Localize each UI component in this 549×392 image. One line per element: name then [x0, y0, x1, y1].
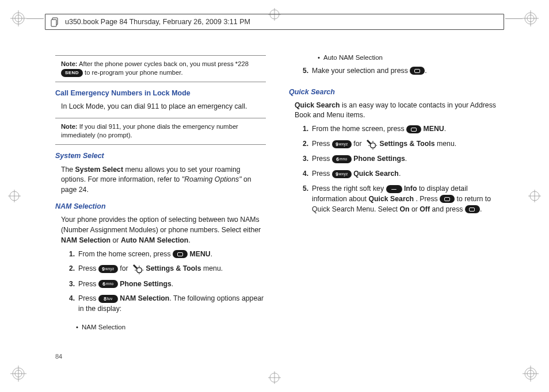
ok-key-icon	[173, 250, 188, 258]
six-key-icon: 6mno	[332, 155, 352, 163]
step-1: 1. From the home screen, press MENU.	[68, 249, 266, 264]
heading-call-emergency: Call Emergency Numbers in Lock Mode	[55, 88, 266, 98]
nine-key-icon: 9wxyz	[98, 265, 118, 273]
nam-options-list: NAM Selection	[55, 322, 266, 332]
heading-quick-search: Quick Search	[289, 87, 500, 97]
step-5: 5. Press the right soft key — Info to di…	[302, 184, 500, 219]
note-label: Note:	[61, 123, 78, 130]
body-text: Quick Search is an easy way to locate co…	[289, 101, 500, 121]
six-key-icon: 6mno	[98, 280, 118, 288]
note-label: Note:	[61, 60, 78, 67]
right-column: Auto NAM Selection 5. Make your selectio…	[289, 52, 500, 358]
note-text: If you dial 911, your phone dials the em…	[61, 123, 238, 139]
crop-mark-icon	[10, 10, 26, 26]
svg-rect-29	[51, 20, 56, 26]
send-key-icon: SEND	[61, 69, 83, 77]
step-5: 5. Make your selection and press .	[302, 66, 500, 81]
settings-tools-icon	[364, 139, 377, 149]
svg-point-30	[137, 268, 142, 273]
crop-line	[505, 18, 523, 19]
body-text: The System Select menu allows you to set…	[55, 165, 266, 195]
step-2: 2. Press 9wxyz for Settings & Tools menu…	[302, 139, 500, 154]
list-item: Auto NAM Selection	[318, 53, 500, 63]
ok-key-icon	[410, 67, 425, 75]
nam-options-list-cont: Auto NAM Selection	[289, 53, 500, 63]
crop-mark-icon	[10, 366, 26, 382]
left-column: Note: After the phone power cycles back …	[55, 52, 266, 358]
note-text: After the phone power cycles back on, yo…	[79, 60, 249, 67]
document-icon	[50, 17, 60, 27]
step-4: 4. Press 8tuv NAM Selection. The followi…	[68, 294, 266, 319]
heading-system-select: System Select	[55, 151, 266, 161]
softkey-icon: —	[386, 185, 402, 193]
ok-key-icon	[465, 205, 480, 213]
nam-steps-cont: 5. Make your selection and press .	[289, 66, 500, 81]
step-3: 3. Press 6mno Phone Settings.	[302, 154, 500, 169]
settings-tools-icon	[131, 264, 143, 274]
body-text: In Lock Mode, you can dial 911 to place …	[55, 102, 266, 112]
crop-mark-icon	[8, 190, 21, 202]
nine-key-icon: 9wxyz	[332, 170, 352, 178]
crop-mark-icon	[268, 371, 281, 384]
step-3: 3. Press 6mno Phone Settings.	[68, 279, 266, 294]
note-911: Note: If you dial 911, your phone dials …	[55, 122, 266, 141]
crop-mark-icon	[528, 190, 541, 202]
svg-point-35	[371, 143, 376, 148]
crop-mark-icon	[523, 366, 539, 382]
list-item: NAM Selection	[76, 322, 266, 332]
crop-mark-icon	[523, 10, 539, 26]
step-2: 2. Press 9wxyz for Settings & Tools menu…	[68, 264, 266, 279]
crop-line	[26, 18, 44, 19]
note-reprogram: Note: After the phone power cycles back …	[55, 59, 266, 78]
step-1: 1. From the home screen, press MENU.	[302, 124, 500, 139]
eight-key-icon: 8tuv	[98, 295, 118, 303]
nam-steps: 1. From the home screen, press MENU. 2. …	[55, 249, 266, 319]
page-header-title: u350.book Page 84 Thursday, February 26,…	[65, 18, 250, 26]
ok-key-icon	[440, 195, 455, 203]
body-text: Your phone provides the option of select…	[55, 215, 266, 245]
page-number: 84	[55, 353, 62, 360]
step-4: 4. Press 9wxyz Quick Search.	[302, 169, 500, 184]
nine-key-icon: 9wxyz	[332, 140, 352, 148]
ok-key-icon	[406, 125, 421, 133]
heading-nam-selection: NAM Selection	[55, 201, 266, 212]
qs-steps: 1. From the home screen, press MENU. 2. …	[289, 124, 500, 219]
page-header-bar: u350.book Page 84 Thursday, February 26,…	[45, 14, 504, 30]
note-text: to re-program your phone number.	[85, 69, 182, 76]
